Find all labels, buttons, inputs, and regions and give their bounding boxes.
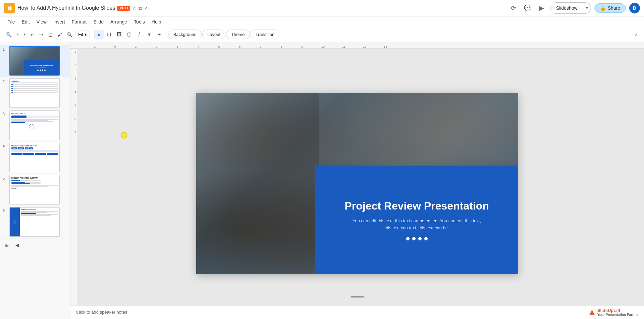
slide-item[interactable]: 2 AGENDA	[0, 77, 70, 109]
slide-item[interactable]: 6 👤 MEETINGS ATTENDED	[0, 206, 70, 238]
slide-main-title: Project Review Presentation	[344, 199, 489, 212]
zoom-level-label: Fit	[78, 32, 83, 37]
menu-bar: File Edit View Insert Format Slide Arran…	[0, 16, 644, 27]
slide-dot	[418, 237, 422, 240]
menu-tools[interactable]: Tools	[130, 18, 148, 26]
move-icon[interactable]: ↗	[144, 5, 148, 11]
slide-number: 6	[3, 209, 7, 213]
slide-panel: 1 Project Review Presentation You can ed…	[0, 42, 70, 319]
background-button[interactable]: Background	[168, 30, 202, 39]
slide-thumbnail: PROJECT BRIEF ○ □	[9, 110, 60, 140]
line-tool[interactable]: /	[135, 30, 144, 39]
menu-arrange[interactable]: Arrange	[107, 18, 130, 26]
slide-item[interactable]: 4 PROJECT MANAGEMENT TEAM Manager Design…	[0, 141, 70, 174]
menu-help[interactable]: Help	[148, 18, 165, 26]
slide-thumbnail: PROJECT PROGRESS SUMMARY	[9, 175, 60, 204]
slide-number: 1	[3, 47, 7, 51]
slideshow-button[interactable]: Slideshow ▾	[550, 2, 591, 14]
comment-icon[interactable]: 💬	[522, 3, 533, 13]
slide-thumbnail: PROJECT MANAGEMENT TEAM Manager Designer…	[9, 143, 60, 172]
search-button[interactable]: 🔍	[4, 31, 14, 39]
ruler-top: -1 0 1 2 3 4 5 6 7 8 9 10 11 12 13	[70, 42, 644, 49]
collapse-toolbar-button[interactable]: ∧	[633, 31, 640, 39]
image-insert-tool[interactable]: 🖼	[114, 30, 124, 39]
slide-canvas[interactable]: Project Review Presentation You can edit…	[196, 93, 518, 274]
slide-dot	[406, 237, 410, 240]
menu-format[interactable]: Format	[68, 18, 90, 26]
menu-file[interactable]: File	[4, 18, 18, 26]
toolbar: 🔍 + ▾ ↩ ↪ 🖨 🖌 🔍 Fit ▾ ▲ ⊡ 🖼 ⬡ / ▾ + Back…	[0, 27, 644, 42]
main-layout: 1 Project Review Presentation You can ed…	[0, 42, 644, 319]
right-controls: ⟳ 💬 ▶ Slideshow ▾ 🔒 Share D	[508, 2, 640, 14]
speaker-notes-text[interactable]: Click to add speaker notes	[76, 310, 127, 315]
folder-icon[interactable]: ⧉	[139, 5, 142, 11]
logo-tagline: Your Presentation Partner	[597, 313, 639, 317]
user-avatar[interactable]: D	[629, 3, 640, 13]
slide-item[interactable]: 5 PROJECT PROGRESS SUMMARY	[0, 174, 70, 206]
history-icon[interactable]: ⟳	[508, 3, 519, 13]
ruler-left: 1 2 3 4 5 6 7	[70, 49, 77, 319]
slide-dots	[406, 237, 428, 240]
redo-button[interactable]: ↪	[37, 31, 45, 39]
line-dropdown[interactable]: ▾	[145, 30, 154, 39]
slide-thumbnail: Project Review Presentation You can edit…	[9, 46, 60, 76]
lock-icon: 🔒	[600, 5, 606, 11]
slide-thumbnail: 👤 MEETINGS ATTENDED	[9, 207, 60, 237]
slide-left-dark	[196, 93, 319, 274]
slideshow-dropdown-arrow[interactable]: ▾	[583, 3, 591, 13]
document-title: How To Add A Hyperlink In Google Slides	[17, 5, 115, 11]
present-icon[interactable]: ▶	[536, 3, 547, 13]
slide-dot	[412, 237, 416, 240]
slide-blue-box: Project Review Presentation You can edit…	[315, 166, 518, 274]
slide-thumbnail: AGENDA	[9, 78, 60, 108]
title-section: How To Add A Hyperlink In Google Slides …	[17, 5, 505, 11]
slide-subtitle: You can edit this text, this text can be…	[353, 218, 481, 232]
layout-button[interactable]: Layout	[202, 30, 225, 39]
zoom-in-button[interactable]: +	[14, 31, 21, 39]
slide-dot	[424, 237, 428, 240]
canvas-area: -1 0 1 2 3 4 5 6 7 8 9 10 11 12 13 1 2 3…	[70, 42, 644, 319]
share-button[interactable]: 🔒 Share	[594, 3, 626, 13]
pptx-badge: .PPTX	[117, 6, 130, 11]
svg-marker-0	[589, 310, 595, 315]
logo-name: SlideUpLift	[597, 308, 639, 313]
slide-canvas-wrapper: Project Review Presentation You can edit…	[70, 49, 644, 319]
slide-item[interactable]: 1 Project Review Presentation You can ed…	[0, 45, 70, 77]
separator-2	[166, 31, 166, 39]
slideshow-label: Slideshow	[551, 3, 583, 13]
menu-slide[interactable]: Slide	[90, 18, 107, 26]
app-icon: ▦	[4, 3, 15, 13]
star-icon[interactable]: ☆	[132, 5, 137, 11]
slide-number: 2	[3, 80, 7, 84]
menu-edit[interactable]: Edit	[18, 18, 33, 26]
share-label: Share	[608, 5, 620, 11]
separator	[92, 31, 92, 39]
grid-view-button[interactable]: ⊞	[3, 241, 11, 249]
zoom-level-arrow: ▾	[85, 32, 87, 37]
select-tool[interactable]: ▲	[94, 30, 104, 39]
select-resize-tool[interactable]: ⊡	[104, 30, 114, 39]
menu-view[interactable]: View	[33, 18, 50, 26]
zoom-control[interactable]: 🔍	[65, 31, 74, 39]
text-comment-tool[interactable]: +	[155, 30, 164, 39]
slide-item[interactable]: 3 PROJECT BRIEF	[0, 109, 70, 141]
slideuplift-logo-icon	[589, 309, 595, 316]
zoom-level-selector[interactable]: Fit ▾	[75, 31, 90, 38]
slide-number: 3	[3, 112, 7, 116]
toggle-panel-button[interactable]: ◀	[13, 241, 21, 249]
zoom-dropdown[interactable]: ▾	[22, 31, 28, 38]
scroll-handle	[351, 296, 364, 298]
menu-insert[interactable]: Insert	[50, 18, 68, 26]
transition-button[interactable]: Transition	[251, 30, 280, 39]
shape-tool[interactable]: ⬡	[124, 30, 134, 39]
title-bar: ▦ How To Add A Hyperlink In Google Slide…	[0, 0, 644, 16]
print-button[interactable]: 🖨	[46, 31, 55, 39]
theme-button[interactable]: Theme	[226, 30, 250, 39]
slideuplift-logo: SlideUpLift Your Presentation Partner	[589, 308, 639, 317]
cursor-indicator	[121, 132, 127, 139]
slide-number: 4	[3, 144, 7, 148]
undo-button[interactable]: ↩	[29, 31, 37, 39]
paint-format-button[interactable]: 🖌	[55, 31, 64, 39]
bottom-bar: Click to add speaker notes SlideUpLift Y…	[70, 305, 644, 319]
slide-number: 5	[3, 176, 7, 180]
